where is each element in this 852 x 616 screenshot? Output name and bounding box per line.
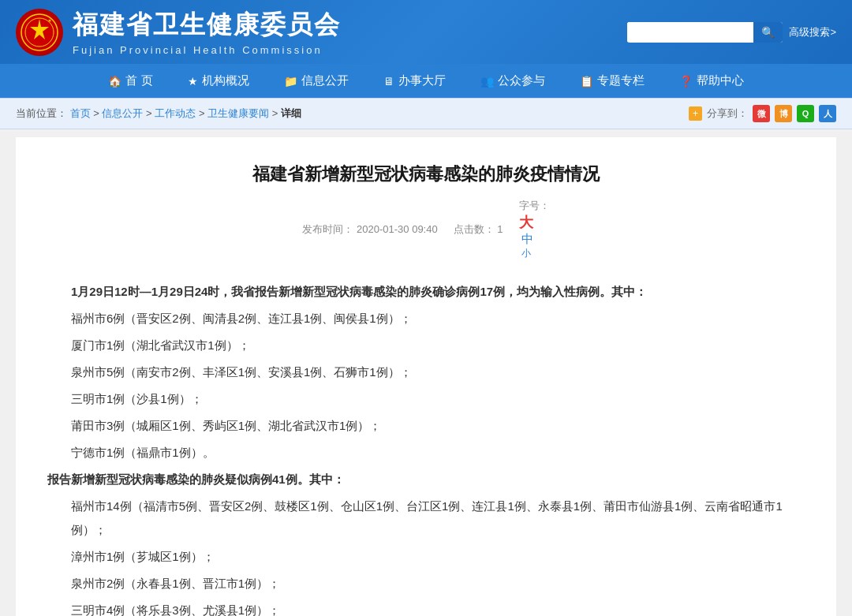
font-size-mid[interactable]: 中 (521, 232, 550, 247)
article-paragraph: 莆田市3例（城厢区1例、秀屿区1例、湖北省武汉市1例）； (47, 414, 805, 438)
home-icon: 🏠 (108, 75, 121, 88)
search-box[interactable]: 🔍 (627, 22, 783, 43)
article-paragraph: 泉州市2例（永春县1例、晋江市1例）； (47, 572, 805, 595)
star-icon: ★ (188, 75, 198, 88)
share-weixin-icon[interactable]: 微 (753, 105, 770, 122)
article-title: 福建省新增新型冠状病毒感染的肺炎疫情情况 (47, 161, 805, 187)
breadcrumb-info[interactable]: 信息公开 (102, 107, 143, 119)
nav-public-label: 公众参与 (498, 73, 545, 88)
clipboard-icon: 📋 (580, 75, 593, 88)
search-button[interactable]: 🔍 (753, 22, 783, 43)
article-paragraph: 漳州市1例（芗城区1例）； (47, 545, 805, 569)
nav-special[interactable]: 📋 专题专栏 (562, 64, 662, 98)
article-paragraph: 泉州市5例（南安市2例、丰泽区1例、安溪县1例、石狮市1例）； (47, 360, 805, 384)
breadcrumb-current: 详细 (281, 107, 301, 119)
views-count: 点击数： 1 (454, 222, 503, 237)
people-icon: 👥 (480, 75, 494, 88)
question-icon: ❓ (679, 75, 693, 88)
nav-info[interactable]: 📁 信息公开 (267, 64, 366, 98)
logo-emblem (16, 9, 63, 56)
breadcrumb-health-news[interactable]: 卫生健康要闻 (207, 107, 269, 119)
publish-time: 发布时间： 2020-01-30 09:40 (302, 222, 437, 237)
advanced-search-link[interactable]: 高级搜索> (789, 25, 836, 39)
site-title-en: Fujian Provincial Health Commission (73, 44, 341, 56)
article-paragraph: 报告新增新型冠状病毒感染的肺炎疑似病例41例。其中： (47, 468, 805, 491)
article-paragraph: 福州市6例（晋安区2例、闽清县2例、连江县1例、闽侯县1例）； (47, 307, 805, 330)
site-title: 福建省卫生健康委员会 Fujian Provincial Health Comm… (73, 8, 341, 56)
nav-home-label: 首 页 (125, 73, 152, 88)
article-paragraph: 1月29日12时—1月29日24时，我省报告新增新型冠状病毒感染的肺炎确诊病例1… (47, 280, 805, 304)
share-qq-icon[interactable]: Q (797, 105, 814, 122)
font-size-big[interactable]: 大 (519, 213, 550, 232)
nav-about[interactable]: ★ 机构概况 (170, 64, 267, 98)
header: 福建省卫生健康委员会 Fujian Provincial Health Comm… (0, 0, 852, 64)
article-body: 1月29日12时—1月29日24时，我省报告新增新型冠状病毒感染的肺炎确诊病例1… (47, 280, 805, 616)
breadcrumb-workdynamic[interactable]: 工作动态 (155, 107, 196, 119)
article-paragraph: 三明市1例（沙县1例）； (47, 387, 805, 411)
search-input[interactable] (627, 22, 753, 42)
nav-home[interactable]: 🏠 首 页 (91, 64, 170, 98)
folder-icon: 📁 (284, 75, 297, 88)
breadcrumb: 当前位置： 首页 > 信息公开 > 工作动态 > 卫生健康要闻 > 详细 (16, 106, 301, 121)
site-title-zh: 福建省卫生健康委员会 (73, 8, 341, 43)
header-left: 福建省卫生健康委员会 Fujian Provincial Health Comm… (16, 8, 341, 56)
main-nav: 🏠 首 页 ★ 机构概况 📁 信息公开 🖥 办事大厅 👥 公众参与 📋 专题专栏… (0, 64, 852, 98)
nav-service[interactable]: 🖥 办事大厅 (366, 64, 463, 98)
article-paragraph: 厦门市1例（湖北省武汉市1例）； (47, 334, 805, 357)
nav-help-label: 帮助中心 (697, 73, 744, 88)
share-other-icon[interactable]: 人 (819, 105, 836, 122)
breadcrumb-home[interactable]: 首页 (70, 107, 91, 119)
nav-public[interactable]: 👥 公众参与 (463, 64, 562, 98)
share-label: 分享到： (707, 106, 748, 121)
nav-special-label: 专题专栏 (597, 73, 645, 88)
article-paragraph: 宁德市1例（福鼎市1例）。 (47, 441, 805, 465)
nav-service-label: 办事大厅 (398, 73, 446, 88)
share-weibo-icon[interactable]: 博 (775, 105, 792, 122)
font-size-selector: 字号： 大 中 小 (519, 199, 550, 260)
article-paragraph: 福州市14例（福清市5例、晋安区2例、鼓楼区1例、仓山区1例、台江区1例、连江县… (47, 495, 805, 542)
breadcrumb-bar: 当前位置： 首页 > 信息公开 > 工作动态 > 卫生健康要闻 > 详细 + 分… (0, 98, 852, 129)
nav-about-label: 机构概况 (202, 73, 249, 88)
article-main: 福建省新增新型冠状病毒感染的肺炎疫情情况 发布时间： 2020-01-30 09… (16, 137, 836, 616)
font-size-small[interactable]: 小 (521, 247, 550, 260)
article-meta: 发布时间： 2020-01-30 09:40 点击数： 1 字号： 大 中 小 (47, 199, 805, 260)
share-area: + 分享到： 微 博 Q 人 (689, 105, 836, 122)
header-right: 🔍 高级搜索> (627, 22, 836, 43)
share-plus-icon[interactable]: + (689, 106, 702, 121)
nav-help[interactable]: ❓ 帮助中心 (662, 64, 761, 98)
nav-info-label: 信息公开 (301, 73, 349, 88)
monitor-icon: 🖥 (383, 75, 394, 88)
article-paragraph: 三明市4例（将乐县3例、尤溪县1例）； (47, 599, 805, 616)
